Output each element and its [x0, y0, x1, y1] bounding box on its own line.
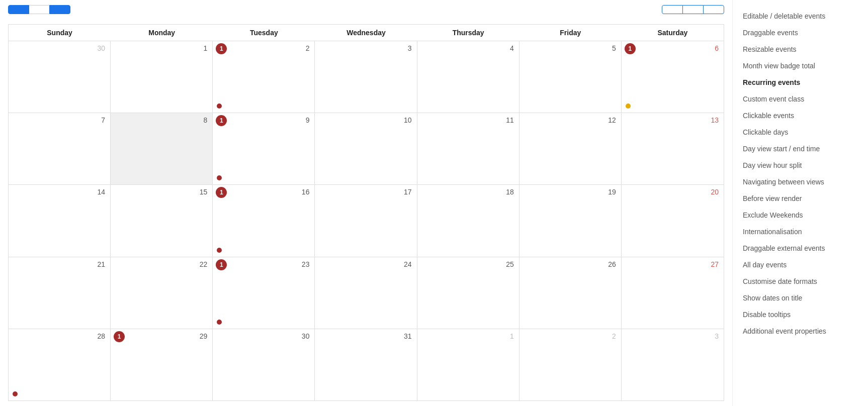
calendar-day[interactable]: 25	[417, 257, 519, 329]
calendar-day[interactable]: 30	[9, 41, 111, 113]
calendar-day[interactable]: 1	[111, 41, 213, 113]
event-badge: 1	[114, 331, 125, 342]
calendar-day[interactable]: 3	[622, 329, 724, 400]
day-header-wednesday: Wednesday	[315, 25, 417, 41]
day-number: 29	[114, 331, 209, 341]
sidebar-item[interactable]: Custom event class	[743, 91, 858, 108]
day-view-button[interactable]	[703, 5, 724, 14]
day-number: 4	[420, 43, 516, 53]
calendar-day[interactable]: 24	[315, 257, 417, 329]
calendar-day[interactable]: 22	[111, 257, 213, 329]
event-dot	[217, 104, 222, 109]
day-number: 13	[625, 115, 721, 125]
day-number: 21	[12, 259, 107, 269]
calendar-day[interactable]: 19	[519, 185, 622, 256]
calendar-weeks: 3011234516781910111213141511617181920212…	[9, 41, 724, 400]
event-badge: 1	[625, 43, 636, 54]
calendar-day[interactable]: 31	[315, 329, 417, 400]
calendar-day[interactable]: 14	[9, 185, 111, 256]
day-number: 7	[12, 115, 107, 125]
day-number: 19	[523, 187, 618, 197]
day-number: 15	[114, 187, 209, 197]
calendar-day[interactable]: 3	[315, 41, 417, 113]
sidebar-item[interactable]: Clickable events	[743, 108, 858, 124]
sidebar-item[interactable]: Recurring events	[743, 74, 858, 91]
calendar-day[interactable]: 5	[519, 41, 622, 113]
today-button[interactable]	[29, 5, 49, 14]
sidebar-item[interactable]: Before view render	[743, 190, 858, 207]
sidebar-item[interactable]: Internationalisation	[743, 224, 858, 240]
event-dot	[217, 175, 222, 180]
day-number: 5	[523, 43, 618, 53]
day-number: 27	[625, 259, 721, 269]
calendar-day[interactable]: 11	[417, 113, 519, 184]
calendar-day[interactable]: 17	[315, 185, 417, 256]
day-number: 16	[216, 187, 311, 197]
day-number: 11	[420, 115, 516, 125]
day-headers: SundayMondayTuesdayWednesdayThursdayFrid…	[9, 25, 724, 41]
calendar-day[interactable]: 28	[9, 329, 111, 400]
calendar-day[interactable]: 21	[9, 257, 111, 329]
sidebar-item[interactable]: Navigating between views	[743, 174, 858, 190]
previous-button[interactable]	[8, 5, 29, 14]
sidebar-item[interactable]: Show dates on title	[743, 290, 858, 307]
sidebar-item[interactable]: Additional event properties	[743, 323, 858, 340]
nav-button-group	[8, 5, 70, 14]
calendar-day[interactable]: 30	[213, 329, 315, 400]
day-number: 17	[318, 187, 413, 197]
day-header-friday: Friday	[519, 25, 622, 41]
day-number: 8	[114, 115, 209, 125]
day-number: 1	[420, 331, 516, 341]
sidebar-item[interactable]: Customise date formats	[743, 273, 858, 290]
calendar-day[interactable]: 26	[519, 257, 622, 329]
day-number: 3	[625, 331, 721, 341]
day-number: 1	[114, 43, 209, 53]
calendar-day[interactable]: 27	[622, 257, 724, 329]
sidebar-item[interactable]: Clickable days	[743, 124, 858, 141]
sidebar-item[interactable]: Resizable events	[743, 41, 858, 58]
sidebar-item[interactable]: All day events	[743, 257, 858, 273]
calendar-day[interactable]: 10	[315, 113, 417, 184]
sidebar-item[interactable]: Day view hour split	[743, 157, 858, 174]
calendar-day[interactable]: 19	[213, 113, 315, 184]
sidebar-item[interactable]: Draggable events	[743, 25, 858, 41]
calendar-day[interactable]: 12	[213, 41, 315, 113]
calendar-day[interactable]: 15	[111, 185, 213, 256]
day-number: 14	[12, 187, 107, 197]
event-badge: 1	[216, 259, 227, 270]
month-view-button[interactable]	[662, 5, 683, 14]
calendar-day[interactable]: 116	[213, 185, 315, 256]
calendar-day[interactable]: 20	[622, 185, 724, 256]
sidebar-item[interactable]: Disable tooltips	[743, 307, 858, 323]
calendar-day[interactable]: 4	[417, 41, 519, 113]
sidebar-item[interactable]: Month view badge total	[743, 58, 858, 74]
calendar-day[interactable]: 13	[622, 113, 724, 184]
calendar-day[interactable]: 129	[111, 329, 213, 400]
calendar-day[interactable]: 123	[213, 257, 315, 329]
event-dot	[13, 391, 18, 396]
calendar-day[interactable]: 16	[622, 41, 724, 113]
calendar-day[interactable]: 8	[111, 113, 213, 184]
sidebar-item[interactable]: Editable / deletable events	[743, 8, 858, 25]
calendar-day[interactable]: 7	[9, 113, 111, 184]
calendar-area: SundayMondayTuesdayWednesdayThursdayFrid…	[0, 0, 732, 406]
next-button[interactable]	[49, 5, 70, 14]
sidebar-item[interactable]: Draggable external events	[743, 240, 858, 257]
sidebar-item[interactable]: Day view start / end time	[743, 141, 858, 157]
calendar-day[interactable]: 18	[417, 185, 519, 256]
day-number: 28	[12, 331, 107, 341]
day-number: 6	[625, 43, 721, 53]
day-number: 3	[318, 43, 413, 53]
calendar-day[interactable]: 1	[417, 329, 519, 400]
day-header-thursday: Thursday	[417, 25, 519, 41]
day-number: 2	[523, 331, 618, 341]
sidebar-item[interactable]: Exclude Weekends	[743, 207, 858, 224]
calendar-day[interactable]: 12	[519, 113, 622, 184]
week-view-button[interactable]	[683, 5, 703, 14]
day-header-tuesday: Tuesday	[213, 25, 315, 41]
event-dot	[626, 104, 631, 109]
day-number: 22	[114, 259, 209, 269]
calendar-day[interactable]: 2	[519, 329, 622, 400]
day-number: 10	[318, 115, 413, 125]
calendar-week-1: 781910111213	[9, 113, 724, 185]
